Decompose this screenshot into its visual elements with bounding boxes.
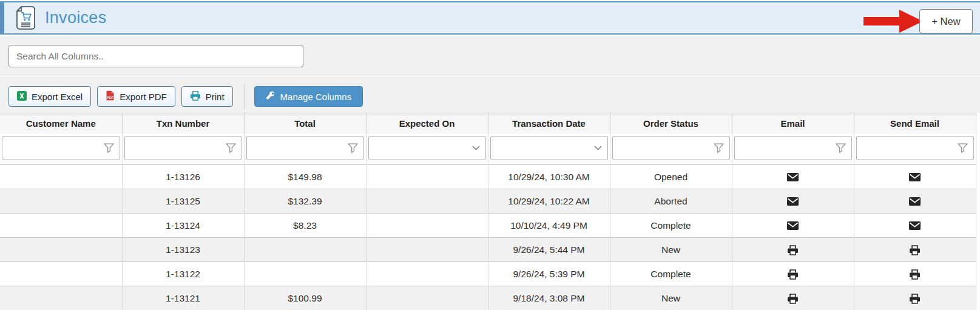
- envelope-icon[interactable]: [909, 173, 921, 181]
- chevron-down-icon[interactable]: [472, 146, 480, 150]
- search-input[interactable]: [8, 45, 303, 67]
- cell-txn-number: 1-13126: [122, 165, 244, 189]
- column-header-txn-number[interactable]: Txn Number: [122, 113, 244, 133]
- table-row[interactable]: 1-13125$132.3910/29/24, 10:22 AMAborted: [0, 189, 976, 214]
- filter-cell-send-email: [854, 133, 976, 165]
- envelope-icon[interactable]: [787, 221, 799, 230]
- cell-total: $8.23: [244, 214, 366, 238]
- cell-total: $149.98: [244, 165, 366, 189]
- cell-send-email-icon: [854, 165, 976, 189]
- filter-input-email[interactable]: [734, 136, 852, 160]
- filter-cell-expected-on: [366, 133, 488, 165]
- filter-input-txn-number[interactable]: [124, 136, 242, 160]
- cell-email-icon: [732, 189, 854, 214]
- filter-funnel-icon[interactable]: [714, 143, 724, 153]
- cell-customer-name: [0, 165, 122, 189]
- filter-text-total[interactable]: [247, 136, 363, 160]
- table-row[interactable]: 1-13121$100.999/18/24, 3:08 PMNew: [0, 286, 976, 310]
- cell-customer-name: [0, 286, 122, 310]
- cell-txn-number: 1-13123: [122, 238, 244, 262]
- column-header-transaction-date[interactable]: Transaction Date: [488, 113, 610, 133]
- table-row[interactable]: 1-13124$8.2310/10/24, 4:49 PMComplete: [0, 214, 976, 238]
- cell-txn-number: 1-13121: [122, 286, 244, 310]
- print-label: Print: [206, 92, 225, 102]
- invoices-grid: Customer NameTxn NumberTotalExpected OnT…: [0, 113, 976, 310]
- toolbar: Export Excel PDF Export PDF Print Manage…: [8, 84, 369, 109]
- filter-cell-txn-number: [122, 133, 244, 165]
- manage-columns-button[interactable]: Manage Columns: [254, 86, 363, 107]
- column-header-order-status[interactable]: Order Status: [610, 113, 732, 133]
- printer-icon[interactable]: [787, 269, 799, 280]
- wrench-icon: [266, 91, 275, 102]
- cell-expected-on: [366, 165, 488, 189]
- cell-send-email-icon: [854, 238, 976, 262]
- filter-funnel-icon[interactable]: [348, 143, 358, 153]
- new-button[interactable]: + New: [919, 9, 973, 33]
- printer-icon[interactable]: [909, 294, 921, 304]
- column-header-expected-on[interactable]: Expected On: [366, 113, 488, 133]
- filter-text-email[interactable]: [735, 136, 851, 160]
- printer-icon[interactable]: [909, 245, 921, 255]
- filter-text-order-status[interactable]: [613, 136, 729, 160]
- pdf-icon: PDF: [106, 90, 115, 103]
- filter-text-send-email[interactable]: [857, 136, 973, 160]
- filter-input-transaction-date[interactable]: [490, 136, 608, 160]
- envelope-icon[interactable]: [787, 197, 799, 206]
- cell-transaction-date: 9/18/24, 3:08 PM: [488, 286, 610, 310]
- svg-text:PDF: PDF: [107, 96, 114, 99]
- cell-order-status: New: [610, 286, 732, 310]
- table-row[interactable]: 1-13126$149.9810/29/24, 10:30 AMOpened: [0, 165, 976, 189]
- filter-cell-customer-name: [0, 133, 122, 165]
- table-row[interactable]: 1-131229/26/24, 5:39 PMComplete: [0, 262, 976, 286]
- cell-txn-number: 1-13122: [122, 262, 244, 286]
- filter-text-transaction-date[interactable]: [491, 136, 607, 160]
- filter-funnel-icon[interactable]: [226, 143, 236, 153]
- page-header: Invoices + New: [0, 1, 980, 35]
- controls-divider: [0, 75, 980, 76]
- cell-transaction-date: 9/26/24, 5:44 PM: [488, 238, 610, 262]
- excel-icon: [17, 91, 27, 103]
- filter-text-expected-on[interactable]: [369, 136, 485, 160]
- filter-funnel-icon[interactable]: [958, 143, 968, 153]
- cell-email-icon: [732, 286, 854, 310]
- cell-expected-on: [366, 286, 488, 310]
- export-pdf-button[interactable]: PDF Export PDF: [97, 86, 175, 107]
- printer-icon[interactable]: [787, 245, 799, 255]
- filter-cell-transaction-date: [488, 133, 610, 165]
- printer-icon[interactable]: [787, 294, 799, 304]
- filter-text-txn-number[interactable]: [125, 136, 242, 160]
- envelope-icon[interactable]: [909, 197, 921, 206]
- column-header-customer-name[interactable]: Customer Name: [0, 113, 122, 133]
- column-header-email[interactable]: Email: [732, 113, 854, 133]
- export-excel-button[interactable]: Export Excel: [8, 86, 91, 107]
- column-header-send-email[interactable]: Send Email: [854, 113, 976, 133]
- page-title: Invoices: [45, 8, 106, 27]
- chevron-down-icon[interactable]: [594, 146, 602, 150]
- cell-txn-number: 1-13124: [122, 214, 244, 238]
- filter-input-expected-on[interactable]: [368, 136, 486, 160]
- export-excel-label: Export Excel: [32, 92, 83, 102]
- filter-input-order-status[interactable]: [612, 136, 730, 160]
- filter-input-customer-name[interactable]: [2, 136, 120, 160]
- print-button[interactable]: Print: [181, 86, 233, 107]
- filter-input-send-email[interactable]: [856, 136, 974, 160]
- filter-input-total[interactable]: [246, 136, 364, 160]
- envelope-icon[interactable]: [787, 173, 799, 181]
- cell-total: $132.39: [244, 189, 366, 214]
- cell-send-email-icon: [854, 262, 976, 286]
- cell-send-email-icon: [854, 189, 976, 214]
- column-header-total[interactable]: Total: [244, 113, 366, 133]
- invoices-page: { "header": { "title": "Invoices", "titl…: [0, 0, 980, 310]
- cell-order-status: New: [610, 238, 732, 262]
- cell-send-email-icon: [854, 214, 976, 238]
- envelope-icon[interactable]: [909, 221, 921, 230]
- cell-order-status: Opened: [610, 165, 732, 189]
- filter-text-customer-name[interactable]: [2, 136, 120, 160]
- table-row[interactable]: 1-131239/26/24, 5:44 PMNew: [0, 238, 976, 262]
- filter-funnel-icon[interactable]: [104, 143, 114, 153]
- cell-txn-number: 1-13125: [122, 189, 244, 214]
- filter-funnel-icon[interactable]: [836, 143, 846, 153]
- toolbar-separator: [244, 84, 245, 109]
- printer-icon[interactable]: [909, 269, 921, 280]
- cell-email-icon: [732, 165, 854, 189]
